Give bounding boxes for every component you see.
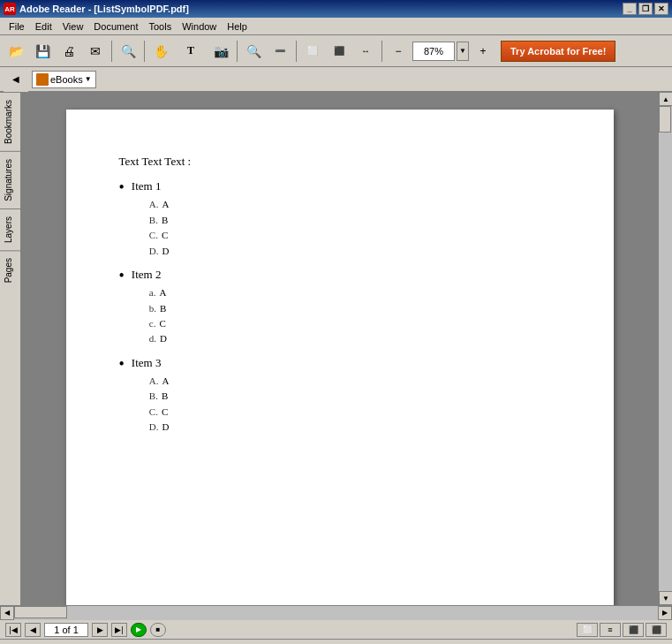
window-title: Adobe Reader - [ListSymbolPDF.pdf]: [19, 4, 189, 14]
main-area: Bookmarks Signatures Layers Pages Text T…: [0, 92, 672, 605]
list-item: C.C: [149, 405, 170, 419]
sidebar-tab-layers[interactable]: Layers: [0, 208, 20, 250]
zoom-plus-button[interactable]: +: [471, 39, 495, 64]
horizontal-scrollbar[interactable]: ◀ ▶: [0, 605, 672, 619]
pdf-scroll-area[interactable]: Text Text Text : • Item 1 A.A B.B C.C D.…: [21, 92, 658, 605]
bullet-icon: •: [119, 267, 125, 286]
play-button[interactable]: ▶: [131, 623, 147, 637]
menu-file[interactable]: File: [4, 19, 30, 34]
scroll-down-button[interactable]: ▼: [659, 591, 672, 605]
scroll-up-button[interactable]: ▲: [659, 92, 672, 106]
zoom-dropdown-button[interactable]: ▼: [457, 42, 469, 61]
sub-list: a.A b.B c.C d.D: [149, 286, 167, 346]
sidebar-tab-signatures[interactable]: Signatures: [0, 151, 20, 208]
fit-width-button[interactable]: ↔: [353, 39, 378, 64]
snapshot-tool[interactable]: 📷: [208, 39, 233, 64]
status-bar: 8.26 x 11.69 in: [0, 639, 672, 644]
next-page-button[interactable]: ▶: [92, 623, 108, 637]
restore-button[interactable]: ❐: [638, 3, 653, 15]
list-item: C.C: [149, 229, 170, 242]
zoom-minus-button[interactable]: −: [386, 39, 411, 64]
item-label: Item 3: [132, 356, 162, 369]
ebooks-button[interactable]: eBooks ▼: [32, 71, 96, 88]
minimize-button[interactable]: _: [623, 3, 637, 15]
stop-button[interactable]: ■: [150, 623, 166, 637]
ebooks-label: eBooks: [50, 74, 83, 85]
scroll-track[interactable]: [659, 106, 672, 591]
sep2: [144, 41, 145, 62]
bullet-icon: •: [119, 355, 125, 375]
pdf-title: Text Text Text :: [119, 154, 561, 170]
list-item: b.B: [149, 302, 167, 315]
bullet-icon: •: [119, 178, 125, 198]
sub-list: A.A B.B C.C D.D: [149, 375, 170, 435]
menu-view[interactable]: View: [57, 19, 89, 34]
ebooks-icon: [36, 73, 49, 86]
list-item: D.D: [149, 420, 170, 434]
save-button[interactable]: 💾: [30, 39, 55, 64]
left-sidebar: Bookmarks Signatures Layers Pages: [0, 92, 21, 605]
zoom-out-button[interactable]: ➖: [268, 39, 292, 64]
list-item: • Item 3 A.A B.B C.C D.D: [119, 355, 561, 438]
scroll-thumb[interactable]: [659, 106, 671, 133]
sidebar-tab-bookmarks[interactable]: Bookmarks: [0, 92, 20, 151]
list-item: a.A: [149, 286, 167, 299]
menu-document[interactable]: Document: [88, 19, 143, 34]
page-navigation: |◀ ◀ ▶ ▶| ▶ ■: [5, 623, 166, 637]
menu-tools[interactable]: Tools: [144, 19, 177, 34]
last-page-button[interactable]: ▶|: [111, 623, 127, 637]
sep5: [381, 41, 382, 62]
single-page-button[interactable]: ⬜: [577, 623, 598, 637]
toolbar2-btn1[interactable]: ◀: [4, 67, 28, 92]
list-item: d.D: [149, 332, 167, 345]
list-item: A.A: [149, 375, 170, 388]
list-item: D.D: [149, 245, 170, 258]
scroll-right-button[interactable]: ▶: [658, 606, 672, 620]
page-input[interactable]: [44, 623, 88, 637]
search-button[interactable]: 🔍: [116, 39, 140, 64]
sep4: [296, 41, 297, 62]
prev-page-button[interactable]: ◀: [25, 623, 41, 637]
list-item: • Item 1 A.A B.B C.C D.D: [119, 178, 561, 261]
scroll-left-button[interactable]: ◀: [0, 606, 14, 620]
item-label: Item 1: [132, 179, 162, 193]
sep3: [237, 41, 238, 62]
h-scroll-thumb[interactable]: [14, 606, 67, 618]
email-button[interactable]: ✉: [83, 39, 108, 64]
sub-list: A.A B.B C.C D.D: [149, 198, 170, 258]
fit-page-button[interactable]: ⬛: [327, 39, 351, 64]
first-page-button[interactable]: |◀: [5, 623, 21, 637]
print-button[interactable]: 🖨: [57, 39, 81, 64]
zoom-input[interactable]: [412, 42, 455, 61]
pdf-item-list: • Item 1 A.A B.B C.C D.D •: [119, 178, 561, 437]
menu-window[interactable]: Window: [177, 19, 222, 34]
hand-tool[interactable]: ✋: [148, 39, 173, 64]
sidebar-tab-pages[interactable]: Pages: [0, 250, 20, 290]
two-page-cont-button[interactable]: ⬛: [646, 623, 667, 637]
close-button[interactable]: ✕: [654, 3, 668, 15]
pdf-page: Text Text Text : • Item 1 A.A B.B C.C D.…: [66, 110, 614, 605]
select-text-tool[interactable]: T: [175, 39, 207, 64]
list-item: B.B: [149, 214, 170, 227]
continuous-button[interactable]: ≡: [600, 623, 621, 637]
two-page-button[interactable]: ⬛: [623, 623, 644, 637]
zoom-in-button[interactable]: 🔍: [241, 39, 266, 64]
vertical-scrollbar[interactable]: ▲ ▼: [658, 92, 672, 605]
actual-size-button[interactable]: ⬜: [300, 39, 325, 64]
menu-help[interactable]: Help: [222, 19, 253, 34]
zoom-area: − ▼ +: [386, 39, 495, 64]
view-controls: ⬜ ≡ ⬛ ⬛: [577, 623, 667, 637]
list-item: A.A: [149, 198, 170, 211]
menu-bar: File Edit View Document Tools Window Hel…: [0, 18, 672, 35]
title-bar: AR Adobe Reader - [ListSymbolPDF.pdf] _ …: [0, 0, 672, 18]
ebooks-toolbar: ◀ eBooks ▼: [0, 67, 672, 92]
app-icon: AR: [4, 3, 16, 15]
list-item: • Item 2 a.A b.B c.C d.D: [119, 267, 561, 350]
h-scroll-track[interactable]: [14, 606, 658, 620]
list-item: c.C: [149, 317, 167, 330]
open-button[interactable]: 📂: [4, 39, 28, 64]
menu-edit[interactable]: Edit: [30, 19, 57, 34]
try-acrobat-button[interactable]: Try Acrobat for Free!: [501, 41, 615, 62]
window-controls[interactable]: _ ❐ ✕: [623, 3, 668, 15]
ebooks-dropdown-icon: ▼: [85, 75, 92, 83]
